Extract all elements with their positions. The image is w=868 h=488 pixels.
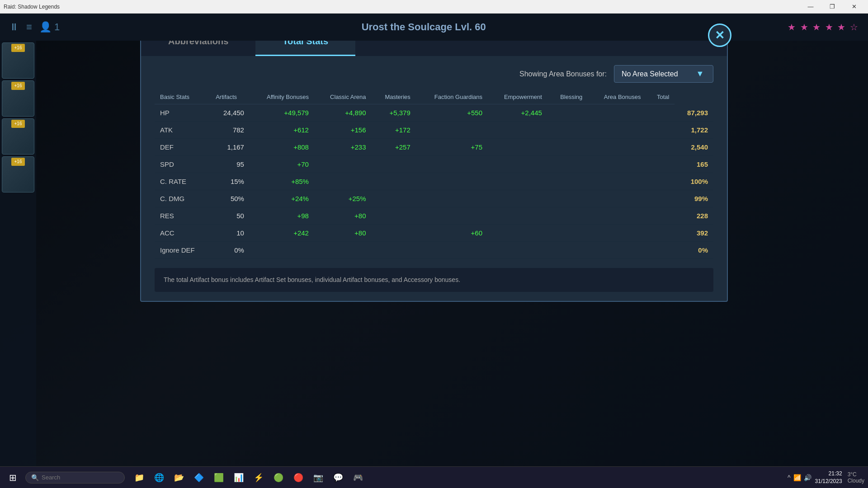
cell-area_bonuses: [646, 173, 675, 190]
time-display: 21:32: [815, 470, 842, 478]
taskbar-app-whatsapp[interactable]: 💬: [329, 469, 347, 487]
wifi-icon[interactable]: 📶: [793, 474, 801, 481]
window-title: Raid: Shadow Legends: [4, 4, 800, 10]
cell-area_bonuses: [646, 242, 675, 259]
side-card-4: +16: [2, 156, 34, 192]
cell-faction_guardians: [488, 173, 547, 190]
cell-affinity: +156: [314, 122, 372, 139]
taskbar-clock[interactable]: 21:32 31/12/2023: [815, 470, 842, 485]
taskbar-app-nvidia[interactable]: 🟩: [210, 469, 228, 487]
restore-button[interactable]: ❐: [822, 0, 843, 14]
col-header-artifacts: Artifacts: [210, 90, 250, 104]
col-header-blessing: Blessing: [547, 90, 588, 104]
modal-close-button[interactable]: ✕: [708, 23, 731, 47]
minimize-button[interactable]: —: [800, 0, 821, 14]
modal-overlay: ✕ Abbreviations Total Stats Showing Area…: [0, 14, 868, 466]
person-icon: 👤 1: [39, 21, 60, 33]
area-selector-dropdown[interactable]: No Area Selected ▼: [614, 65, 713, 83]
cell-area_bonuses: [646, 104, 675, 122]
cell-total: 87,293: [675, 104, 713, 122]
side-card-1: +16: [2, 42, 34, 79]
weather-widget: 3°C Cloudy: [848, 471, 864, 484]
area-selector-value: No Area Selected: [622, 70, 678, 78]
taskbar-app-files[interactable]: 📁: [130, 469, 148, 487]
cell-blessing: [588, 173, 646, 190]
champion-title: Urost the Soulcage Lvl. 60: [69, 21, 778, 33]
cell-classic_arena: +5,379: [372, 104, 416, 122]
pause-icon: ⏸: [9, 21, 19, 33]
volume-icon[interactable]: 🔊: [804, 474, 811, 481]
cell-empowerment: [547, 225, 588, 242]
cell-basic: 15%: [210, 173, 250, 190]
taskbar-app-browser2[interactable]: 🔴: [289, 469, 307, 487]
table-row: HP24,450+49,579+4,890+5,379+550+2,44587,…: [155, 104, 713, 122]
taskbar-app-chrome[interactable]: 🟢: [269, 469, 288, 487]
cell-masteries: +75: [416, 139, 488, 156]
cell-basic: 24,450: [210, 104, 250, 122]
cell-empowerment: [547, 139, 588, 156]
dropdown-arrow-icon: ▼: [696, 69, 704, 79]
game-topbar-icons: ⏸ ≡ 👤 1: [9, 21, 60, 33]
cell-artifacts: +242: [250, 225, 314, 242]
cell-artifacts: +612: [250, 122, 314, 139]
window-controls: — ❐ ✕: [800, 0, 864, 14]
taskbar-app-hw[interactable]: ⚡: [250, 469, 268, 487]
cell-affinity: [314, 173, 372, 190]
temperature: 3°C: [848, 471, 864, 478]
cell-area_bonuses: [646, 225, 675, 242]
taskbar-system-icons: ^ 📶 🔊: [788, 474, 811, 481]
game-topbar: ⏸ ≡ 👤 1 Urost the Soulcage Lvl. 60 ★ ★ ★…: [0, 14, 868, 41]
taskbar-app-edge[interactable]: 🌐: [150, 469, 168, 487]
col-header-classic-arena: Classic Arena: [314, 90, 372, 104]
taskbar-app-folder[interactable]: 📂: [170, 469, 188, 487]
cell-affinity: +233: [314, 139, 372, 156]
cell-empowerment: [547, 242, 588, 259]
taskbar-search[interactable]: 🔍: [25, 472, 125, 483]
table-row: ACC10+242+80+60392: [155, 225, 713, 242]
cell-area_bonuses: [646, 190, 675, 207]
cell-basic: 50: [210, 207, 250, 225]
cell-masteries: +550: [416, 104, 488, 122]
table-row: ATK782+612+156+1721,722: [155, 122, 713, 139]
table-header-row: Basic Stats Artifacts Affinity Bonuses C…: [155, 90, 713, 104]
cell-empowerment: [547, 122, 588, 139]
cell-stat: C. DMG: [155, 190, 210, 207]
cell-basic: 10: [210, 225, 250, 242]
cell-area_bonuses: [646, 122, 675, 139]
champion-stars: ★ ★ ★ ★ ★ ☆: [788, 22, 859, 33]
search-input[interactable]: [42, 474, 114, 481]
cell-classic_arena: +257: [372, 139, 416, 156]
side-panel-left: +16 +16 +16 +16: [0, 41, 36, 466]
taskbar-app-red[interactable]: 🔷: [190, 469, 208, 487]
window-close-button[interactable]: ✕: [844, 0, 864, 14]
cell-classic_arena: [372, 242, 416, 259]
cell-total: 1,722: [675, 122, 713, 139]
cell-area_bonuses: [646, 207, 675, 225]
cell-masteries: [416, 122, 488, 139]
footer-note-text: The total Artifact bonus includes Artifa…: [164, 276, 460, 283]
area-selector-label: Showing Area Bonuses for:: [519, 70, 607, 78]
cell-stat: C. RATE: [155, 173, 210, 190]
cell-artifacts: +98: [250, 207, 314, 225]
start-button[interactable]: ⊞: [4, 469, 22, 487]
cell-artifacts: +85%: [250, 173, 314, 190]
cell-empowerment: [547, 156, 588, 173]
cell-classic_arena: [372, 225, 416, 242]
taskbar-app-steam[interactable]: 🎮: [349, 469, 367, 487]
cell-area_bonuses: [646, 156, 675, 173]
cell-total: 2,540: [675, 139, 713, 156]
cell-blessing: [588, 207, 646, 225]
cell-stat: ATK: [155, 122, 210, 139]
cell-basic: 95: [210, 156, 250, 173]
taskbar-app-photo[interactable]: 📷: [309, 469, 327, 487]
menu-icon: ≡: [26, 21, 32, 33]
taskbar-app-monitor[interactable]: 📊: [230, 469, 248, 487]
cell-basic: 50%: [210, 190, 250, 207]
chevron-up-icon[interactable]: ^: [788, 474, 791, 481]
table-row: C. RATE15%+85%100%: [155, 173, 713, 190]
cell-stat: RES: [155, 207, 210, 225]
cell-stat: ACC: [155, 225, 210, 242]
cell-stat: SPD: [155, 156, 210, 173]
side-card-3: +16: [2, 118, 34, 155]
cell-empowerment: [547, 207, 588, 225]
